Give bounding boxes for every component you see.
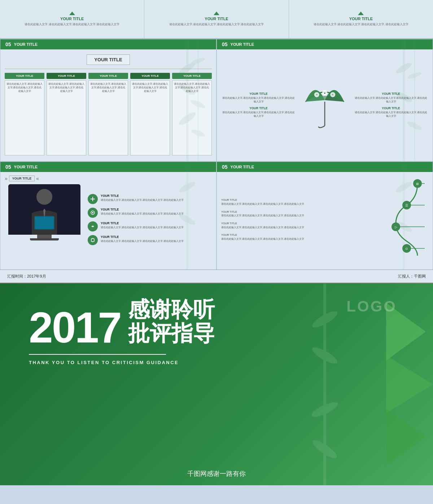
slide3-header: 05 YOUR TITLE [0, 162, 216, 172]
slide1-col-2-hdr: YOUR TITLE [88, 73, 128, 79]
timeline-body-2: 请在此处输入文字,请在此处输入文字,请在此处输入文字,请在此处输入文字 [221, 226, 304, 229]
chevron-left-icon: » [5, 176, 8, 181]
arrow-title: » YOUR TITLE « [5, 176, 84, 181]
list-title-2: YOUR TITLE [101, 221, 184, 226]
top-col-2-title: YOUR TITLE [205, 17, 228, 21]
slide1-col-1-body: 请在此处输入文字,请在此处输入文字,请在此处输入文字,请在此处输入文字 [47, 80, 86, 155]
slide1-col-4-body: 请在此处输入文字,请在此处输入文字,请在此处输入文字,请在此处输入文字 [172, 80, 212, 155]
s-curve-svg: ⊞ ☰ ▷ ⊙ [387, 176, 427, 263]
timeline-title-2: YOUR TITLE [221, 222, 304, 226]
slide1-col-4-hdr: YOUR TITLE [172, 73, 212, 79]
timeline-left: YOUR TITLE 请在此处输入文字,请在此处输入文字,请在此处输入文字,请在… [221, 176, 381, 264]
umbrella-icon: ≡ ▲ ✕ [299, 76, 350, 134]
umbrella-left-text-1: 请在此处输入文字,请在此处输入文字,请在此处输入文字,请在此处输入文字 [221, 111, 296, 118]
list-row-1: YOUR TITLE 请在此处输入文字,请在此处输入文字,请在此处输入文字,请在… [88, 208, 212, 218]
slide1-col-0-hdr: YOUR TITLE [5, 73, 44, 79]
arrow-title-text: YOUR TITLE [9, 176, 35, 181]
svg-text:☰: ☰ [405, 204, 408, 207]
svg-rect-30 [91, 239, 94, 242]
list-title-1: YOUR TITLE [101, 208, 184, 212]
list-icon-1 [88, 208, 98, 218]
timeline-text-3: YOUR TITLE 请在此处输入文字,请在此处输入文字,请在此处输入文字,请在… [221, 233, 304, 240]
timeline-text-2: YOUR TITLE 请在此处输入文字,请在此处输入文字,请在此处输入文字,请在… [221, 222, 304, 229]
report-time: 汇报时间：2017年9月 [7, 274, 46, 279]
reporter: 汇报人：千图网 [398, 274, 426, 279]
list-title-3: YOUR TITLE [101, 235, 184, 239]
slide3-header-title: YOUR TITLE [14, 165, 38, 169]
monitor-stand [37, 235, 52, 238]
timeline-text-1: YOUR TITLE 请在此处输入文字,请在此处输入文字,请在此处输入文字,请在… [221, 210, 304, 217]
slide1-col-1: YOUR TITLE 请在此处输入文字,请在此处输入文字,请在此处输入文字,请在… [47, 73, 86, 155]
final-bottom-text: 千图网感谢一路有你 [180, 462, 253, 485]
timeline-title-3: YOUR TITLE [221, 233, 304, 237]
top-strip: YOUR TITLE 请在此处输入文字,请在此处输入文字,请在此处输入文字,请在… [0, 0, 433, 39]
umbrella-right-item-0: YOUR TITLE 请在此处输入文字,请在此处输入文字,请在此处输入文字,请在… [354, 92, 428, 103]
slide-1-panel: 05 YOUR TITLE YOUR TITLE YOUR TITLE 请在此处… [0, 39, 216, 162]
list-body-3: 请在此处输入文字,请在此处输入文字,请在此处输入文字,请在此处输入文字 [101, 239, 184, 243]
umbrella-left-title-1: YOUR TITLE [221, 106, 296, 110]
top-col-3: YOUR TITLE 请在此处输入文字,请在此处输入文字,请在此处输入文字,请在… [289, 0, 433, 38]
umbrella-right-text-0: 请在此处输入文字,请在此处输入文字,请在此处输入文字,请在此处输入文字 [354, 96, 428, 103]
final-title-cn2: 批评指导 [128, 322, 215, 345]
final-slide-inner: LOGO 2017 感谢聆听 批评指导 THANK YOU TO LISTEN … [0, 283, 433, 485]
slide2-section-num: 05 [222, 41, 228, 47]
umbrella-right-item-1: YOUR TITLE 请在此处输入文字,请在此处输入文字,请在此处输入文字,请在… [354, 106, 428, 118]
list-row-3: YOUR TITLE 请在此处输入文字,请在此处输入文字,请在此处输入文字,请在… [88, 235, 212, 245]
svg-text:⊙: ⊙ [405, 247, 408, 251]
top-col-1-title: YOUR TITLE [60, 17, 84, 21]
slide1-col-1-hdr: YOUR TITLE [47, 73, 86, 79]
slide1-header: 05 YOUR TITLE [0, 39, 216, 49]
slide1-col-3: YOUR TITLE 请在此处输入文字,请在此处输入文字,请在此处输入文字,请在… [130, 73, 170, 155]
slide1-big-title: YOUR TITLE [87, 54, 130, 65]
slide1-divider [5, 68, 212, 69]
timeline-body-3: 请在此处输入文字,请在此处输入文字,请在此处输入文字,请在此处输入文字 [221, 237, 304, 241]
slide4-header: 05 YOUR TITLE [217, 162, 433, 172]
timeline-text-0: YOUR TITLE 请在此处输入文字,请在此处输入文字,请在此处输入文字,请在… [221, 198, 304, 205]
final-year: 2017 [29, 306, 121, 349]
list-text-3: YOUR TITLE 请在此处输入文字,请在此处输入文字,请在此处输入文字,请在… [101, 235, 184, 243]
chevron-right-icon: « [36, 176, 39, 181]
timeline-row-0: YOUR TITLE 请在此处输入文字,请在此处输入文字,请在此处输入文字,请在… [221, 198, 381, 205]
slide1-inner: YOUR TITLE YOUR TITLE 请在此处输入文字,请在此处输入文字,… [0, 49, 216, 159]
top-col-3-title: YOUR TITLE [349, 17, 373, 21]
slide4-section-num: 05 [222, 164, 228, 170]
timeline-title-0: YOUR TITLE [221, 198, 304, 202]
list-icon-3 [88, 235, 98, 245]
top-col-1-text: 请在此处输入文字,请在此处输入文字,请在此处输入文字,请在此处输入文字 [25, 22, 119, 26]
monitor-area: » YOUR TITLE « [5, 176, 84, 264]
list-row-0: YOUR TITLE 请在此处输入文字,请在此处输入文字,请在此处输入文字,请在… [88, 194, 212, 204]
slide1-col-2: YOUR TITLE 请在此处输入文字,请在此处输入文字,请在此处输入文字,请在… [88, 73, 128, 155]
slide4-header-title: YOUR TITLE [231, 165, 254, 169]
svg-rect-27 [35, 217, 54, 229]
list-row-2: YOUR TITLE 请在此处输入文字,请在此处输入文字,请在此处输入文字,请在… [88, 221, 212, 231]
svg-text:▷: ▷ [395, 225, 397, 229]
slide-4-panel: 05 YOUR TITLE YOUR TITLE 请在此处输入文字,请在此处输入… [216, 162, 433, 270]
slide-2-panel: 05 YOUR TITLE YOUR TITLE 请在此处输入文字,请在此处输入… [216, 39, 433, 162]
list-area: YOUR TITLE 请在此处输入文字,请在此处输入文字,请在此处输入文字,请在… [88, 176, 212, 264]
timeline-row-2: YOUR TITLE 请在此处输入文字,请在此处输入文字,请在此处输入文字,请在… [221, 222, 381, 229]
final-content: 2017 感谢聆听 批评指导 THANK YOU TO LISTEN TO CR… [0, 283, 433, 380]
list-body-2: 请在此处输入文字,请在此处输入文字,请在此处输入文字,请在此处输入文字 [101, 226, 184, 229]
umbrella-right: YOUR TITLE 请在此处输入文字,请在此处输入文字,请在此处输入文字,请在… [354, 92, 428, 118]
main-grid: 05 YOUR TITLE YOUR TITLE YOUR TITLE 请在此处… [0, 39, 433, 270]
svg-text:≡: ≡ [316, 93, 318, 96]
triangle-icon-1 [69, 12, 75, 15]
umbrella-right-title-0: YOUR TITLE [354, 92, 428, 96]
list-text-0: YOUR TITLE 请在此处输入文字,请在此处输入文字,请在此处输入文字,请在… [101, 194, 184, 202]
slide1-col-3-hdr: YOUR TITLE [130, 73, 170, 79]
umbrella-right-title-1: YOUR TITLE [354, 106, 428, 110]
slide2-inner: YOUR TITLE 请在此处输入文字,请在此处输入文字,请在此处输入文字,请在… [217, 49, 433, 159]
timeline-body-0: 请在此处输入文字,请在此处输入文字,请在此处输入文字,请在此处输入文字 [221, 202, 304, 206]
top-col-1: YOUR TITLE 请在此处输入文字,请在此处输入文字,请在此处输入文字,请在… [0, 0, 144, 38]
final-title-group: 感谢聆听 批评指导 [128, 298, 215, 345]
list-body-0: 请在此处输入文字,请在此处输入文字,请在此处输入文字,请在此处输入文字 [101, 198, 184, 202]
umbrella-left: YOUR TITLE 请在此处输入文字,请在此处输入文字,请在此处输入文字,请在… [221, 92, 296, 118]
list-text-2: YOUR TITLE 请在此处输入文字,请在此处输入文字,请在此处输入文字,请在… [101, 221, 184, 229]
final-headline: 2017 感谢聆听 批评指导 [29, 298, 215, 349]
umbrella-right-text-1: 请在此处输入文字,请在此处输入文字,请在此处输入文字,请在此处输入文字 [354, 111, 428, 118]
umbrella-left-item-0: YOUR TITLE 请在此处输入文字,请在此处输入文字,请在此处输入文字,请在… [221, 92, 296, 103]
slide3-section-num: 05 [5, 164, 11, 170]
timeline-title-1: YOUR TITLE [221, 210, 304, 214]
triangle-icon-2 [214, 12, 219, 15]
final-subtitle-en: THANK YOU TO LISTEN TO CRITICISM GUIDANC… [29, 360, 179, 365]
